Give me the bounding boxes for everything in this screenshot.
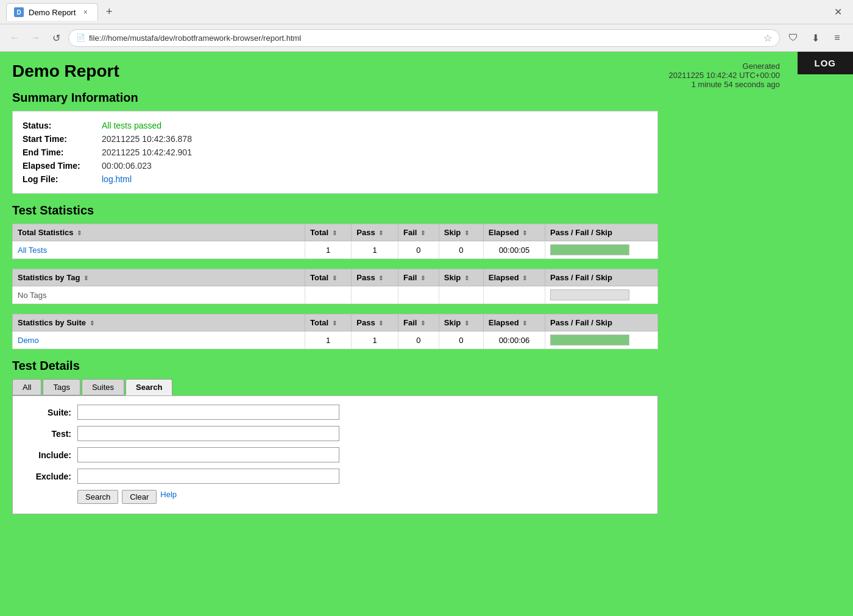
suite-stats-header-name[interactable]: Statistics by Suite ⇕ (13, 314, 305, 331)
exclude-input[interactable] (77, 469, 339, 484)
tab-search[interactable]: Search (126, 379, 172, 395)
clear-button[interactable]: Clear (122, 490, 157, 504)
tag-sort-arrows-elapsed: ⇕ (522, 275, 527, 281)
statistics-section: Total Statistics ⇕ Total ⇕ Pass ⇕ Fail ⇕… (12, 224, 658, 349)
table-row: All Tests 1 1 0 0 00:00:05 (13, 241, 658, 259)
suite-sort-arrows-skip: ⇕ (464, 320, 469, 327)
sort-arrows-total: ⇕ (332, 230, 337, 236)
help-link[interactable]: Help (160, 490, 177, 504)
total-stats-header-fail[interactable]: Fail ⇕ (398, 224, 439, 241)
generated-label: Generated (668, 62, 780, 71)
suite-sort-arrows-elapsed: ⇕ (522, 320, 527, 327)
total-stats-header-total[interactable]: Total ⇕ (305, 224, 352, 241)
test-input[interactable] (77, 426, 339, 441)
include-field-row: Include: (23, 447, 648, 462)
tab-title: Demo Report (29, 8, 76, 17)
total-row-name: All Tests (13, 241, 305, 259)
suite-row-fail: 0 (398, 331, 439, 349)
sort-arrows-name: ⇕ (77, 230, 82, 236)
tag-stats-header-total[interactable]: Total ⇕ (305, 269, 352, 286)
summary-row-elapsed: Elapsed Time: 00:00:06.023 (23, 159, 648, 172)
summary-label-status: Status: (23, 121, 102, 130)
suite-stats-header-elapsed[interactable]: Elapsed ⇕ (483, 314, 545, 331)
tag-row-total (305, 286, 352, 304)
suite-input[interactable] (77, 405, 339, 420)
tab-close-button[interactable]: × (80, 7, 90, 17)
suite-pass-bar-container (550, 335, 629, 345)
forward-button[interactable]: → (27, 29, 44, 46)
pass-bar-container (550, 244, 629, 255)
bookmark-icon[interactable]: ☆ (763, 32, 772, 44)
browser-tab[interactable]: D Demo Report × (6, 3, 98, 21)
total-stats-header-name[interactable]: Total Statistics ⇕ (13, 224, 305, 241)
tag-statistics-table: Statistics by Tag ⇕ Total ⇕ Pass ⇕ Fail … (12, 269, 658, 304)
table-row: No Tags (13, 286, 658, 304)
tag-stats-header-elapsed[interactable]: Elapsed ⇕ (483, 269, 545, 286)
summary-row-endtime: End Time: 20211225 10:42:42.901 (23, 146, 648, 159)
suite-stats-header-pass[interactable]: Pass ⇕ (352, 314, 398, 331)
suite-stats-header-fail[interactable]: Fail ⇕ (398, 314, 439, 331)
include-input[interactable] (77, 447, 339, 462)
menu-icon[interactable]: ≡ (827, 28, 847, 48)
total-stats-header-elapsed[interactable]: Elapsed ⇕ (483, 224, 545, 241)
shield-icon[interactable]: 🛡 (784, 28, 803, 48)
search-buttons: Search Clear Help (77, 490, 648, 504)
tag-stats-header-skip[interactable]: Skip ⇕ (439, 269, 483, 286)
summary-row-status: Status: All tests passed (23, 119, 648, 132)
total-row-elapsed: 00:00:05 (483, 241, 545, 259)
tag-stats-header-pass[interactable]: Pass ⇕ (352, 269, 398, 286)
total-row-total: 1 (305, 241, 352, 259)
total-row-bar (545, 241, 658, 259)
tag-sort-arrows-pass: ⇕ (378, 275, 383, 281)
download-icon[interactable]: ⬇ (805, 28, 825, 48)
suite-label: Suite: (23, 408, 71, 417)
tag-row-elapsed (483, 286, 545, 304)
suite-sort-arrows-total: ⇕ (332, 320, 337, 327)
suite-stats-header-skip[interactable]: Skip ⇕ (439, 314, 483, 331)
generated-info: Generated 20211225 10:42:42 UTC+00:00 1 … (668, 62, 780, 89)
tag-sort-arrows-total: ⇕ (332, 275, 337, 281)
tab-suites[interactable]: Suites (82, 379, 124, 395)
search-panel: Suite: Test: Include: Exclude: Search Cl… (12, 395, 658, 514)
summary-row-starttime: Start Time: 20211225 10:42:36.878 (23, 132, 648, 146)
total-stats-header-pass[interactable]: Pass ⇕ (352, 224, 398, 241)
page-content: LOG Demo Report Generated 20211225 10:42… (0, 52, 853, 616)
tag-sort-arrows-name: ⇕ (83, 275, 88, 281)
suite-sort-arrows-name: ⇕ (90, 320, 94, 327)
total-stats-header-passfailskip: Pass / Fail / Skip (545, 224, 658, 241)
demo-suite-link[interactable]: Demo (18, 336, 39, 345)
url-bar[interactable]: 📄 file:///home/mustafa/dev/robotframewor… (68, 29, 780, 47)
tab-all[interactable]: All (12, 379, 41, 395)
browser-close-button[interactable]: ✕ (829, 4, 847, 20)
total-stats-header-skip[interactable]: Skip ⇕ (439, 224, 483, 241)
suite-sort-arrows-fail: ⇕ (420, 320, 425, 327)
total-row-skip: 0 (439, 241, 483, 259)
browser-titlebar: D Demo Report × + ✕ (0, 0, 853, 24)
all-tests-link[interactable]: All Tests (18, 246, 47, 255)
tag-stats-header-name[interactable]: Statistics by Tag ⇕ (13, 269, 305, 286)
summary-label-endtime: End Time: (23, 147, 102, 157)
tag-stats-header-fail[interactable]: Fail ⇕ (398, 269, 439, 286)
summary-row-logfile: Log File: log.html (23, 172, 648, 186)
generated-datetime: 20211225 10:42:42 UTC+00:00 (668, 71, 780, 80)
back-button[interactable]: ← (6, 29, 23, 46)
url-page-icon: 📄 (76, 34, 85, 42)
exclude-label: Exclude: (23, 472, 71, 481)
suite-pass-bar-fill (551, 335, 629, 345)
tag-row-bar (545, 286, 658, 304)
search-button[interactable]: Search (77, 490, 118, 504)
include-label: Include: (23, 450, 71, 460)
browser-toolbar: ← → ↺ 📄 file:///home/mustafa/dev/robotfr… (0, 24, 853, 51)
log-file-link[interactable]: log.html (102, 174, 132, 184)
suite-row-total: 1 (305, 331, 352, 349)
total-row-fail: 0 (398, 241, 439, 259)
suite-stats-header-total[interactable]: Total ⇕ (305, 314, 352, 331)
tab-tags[interactable]: Tags (43, 379, 80, 395)
tabs-row: All Tags Suites Search (12, 379, 658, 395)
refresh-button[interactable]: ↺ (48, 29, 65, 46)
suite-stats-header-passfailskip: Pass / Fail / Skip (545, 314, 658, 331)
test-field-row: Test: (23, 426, 648, 441)
pass-bar-fill (551, 245, 629, 255)
log-button[interactable]: LOG (798, 52, 854, 74)
new-tab-button[interactable]: + (101, 4, 118, 21)
